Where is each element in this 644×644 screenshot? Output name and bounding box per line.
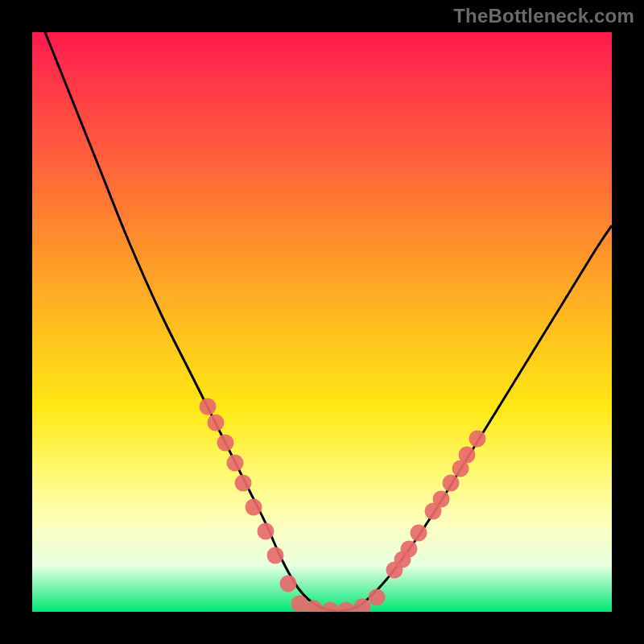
data-marker — [280, 576, 297, 592]
bottleneck-curve — [32, 32, 612, 611]
curve-layer — [32, 32, 612, 612]
data-marker — [443, 475, 460, 492]
data-marker — [369, 589, 386, 606]
data-marker — [459, 447, 476, 464]
data-marker — [208, 415, 225, 431]
data-marker — [338, 602, 355, 613]
data-marker — [322, 602, 339, 613]
data-markers — [200, 398, 486, 613]
data-marker — [200, 398, 217, 415]
data-marker — [411, 525, 427, 542]
watermark-text: TheBottleneck.com — [453, 5, 634, 27]
data-marker — [267, 547, 284, 564]
data-marker — [258, 523, 275, 540]
chart-frame: TheBottleneck.com — [0, 0, 644, 644]
data-marker — [306, 601, 323, 613]
data-marker — [246, 499, 262, 516]
data-marker — [235, 475, 252, 492]
data-marker — [469, 431, 486, 448]
data-marker — [354, 599, 371, 613]
data-marker — [217, 435, 234, 452]
data-marker — [227, 455, 244, 472]
data-marker — [433, 491, 450, 508]
plot-area — [32, 32, 612, 612]
data-marker — [401, 541, 418, 558]
data-marker — [291, 596, 308, 613]
